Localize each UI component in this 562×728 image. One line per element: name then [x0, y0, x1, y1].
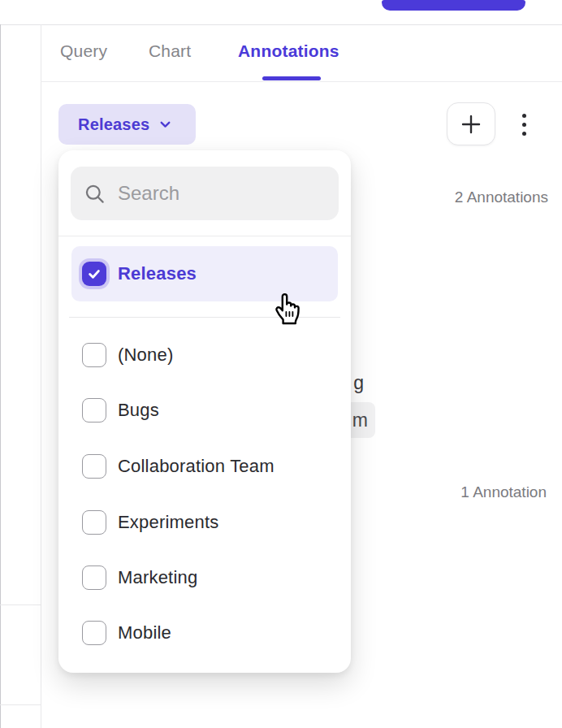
tabbar-divider	[41, 81, 562, 82]
option-label: (None)	[118, 344, 173, 366]
filter-button-label: Releases	[78, 115, 149, 134]
option-bugs[interactable]: Bugs	[71, 383, 338, 438]
option-collaboration-team[interactable]: Collaboration Team	[71, 439, 338, 494]
option-label: Collaboration Team	[118, 456, 275, 477]
occluded-chip-text: m	[352, 410, 368, 431]
tab-chart[interactable]: Chart	[149, 41, 191, 61]
active-tab-underline	[262, 76, 321, 80]
checkbox-checked-icon[interactable]	[82, 262, 106, 286]
checkbox-unchecked-icon[interactable]	[82, 566, 106, 590]
annotation-group-dropdown: Releases (None) Bugs Collaboration Team …	[58, 150, 351, 673]
add-annotation-button[interactable]	[447, 102, 495, 145]
top-divider	[0, 24, 562, 25]
search-input[interactable]	[118, 182, 326, 205]
checkbox-unchecked-icon[interactable]	[82, 621, 106, 645]
checkbox-unchecked-icon[interactable]	[82, 510, 106, 535]
tab-annotations[interactable]: Annotations	[238, 41, 339, 61]
option-experiments[interactable]: Experiments	[71, 495, 338, 550]
page: { "tabs": [ { "label": "Query", "active"…	[0, 0, 562, 728]
releases-filter-button[interactable]: Releases	[58, 104, 196, 145]
option-label: Bugs	[118, 400, 159, 421]
search-icon	[84, 183, 106, 205]
option-releases[interactable]: Releases	[71, 246, 338, 301]
gutter-row-divider	[0, 604, 41, 605]
option-label: Experiments	[118, 512, 218, 533]
chevron-down-icon	[158, 118, 172, 132]
left-edge-border	[0, 24, 1, 728]
more-options-button[interactable]	[512, 107, 536, 141]
option-none[interactable]: (None)	[71, 327, 338, 383]
annotation-count-bottom: 1 Annotation	[460, 483, 547, 501]
option-label: Releases	[118, 263, 197, 284]
checkbox-unchecked-icon[interactable]	[82, 398, 106, 422]
option-marketing[interactable]: Marketing	[71, 550, 338, 605]
selected-group-divider	[69, 317, 340, 318]
tab-query[interactable]: Query	[60, 41, 107, 61]
plus-icon	[459, 112, 483, 136]
option-label: Mobile	[118, 622, 171, 644]
option-label: Marketing	[118, 567, 197, 588]
primary-action-button-partial[interactable]	[382, 0, 525, 11]
search-field	[71, 167, 339, 220]
gutter-row-divider-2	[0, 704, 41, 705]
kebab-icon	[522, 114, 526, 136]
checkbox-unchecked-icon[interactable]	[82, 454, 106, 479]
checkbox-unchecked-icon[interactable]	[82, 343, 106, 367]
option-mobile[interactable]: Mobile	[71, 605, 338, 661]
left-gutter-border	[41, 24, 41, 728]
search-divider	[58, 236, 351, 236]
annotation-count-top: 2 Annotations	[455, 188, 548, 206]
